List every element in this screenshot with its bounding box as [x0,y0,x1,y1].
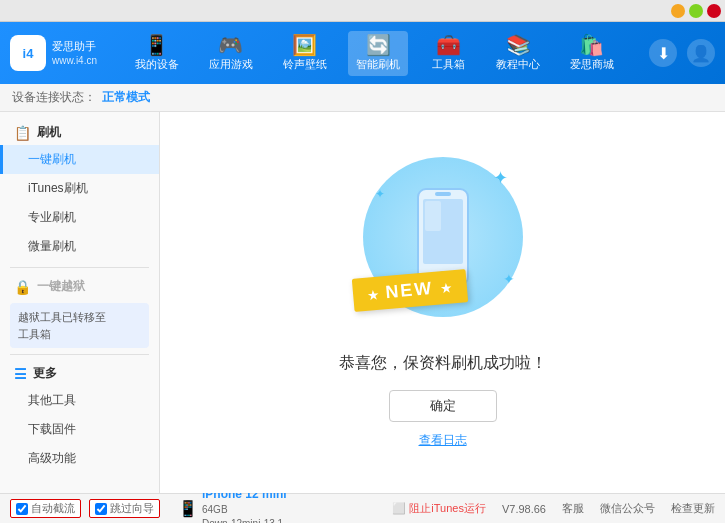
sidebar-item-other-tools[interactable]: 其他工具 [0,386,159,415]
device-storage-value: 64GB [202,504,228,515]
nav-device-icon: 📱 [144,35,169,55]
new-badge: NEW [351,269,468,312]
nav-item-ringtone[interactable]: 🖼️ 铃声壁纸 [275,31,335,76]
explore-link[interactable]: 查看日志 [419,432,467,449]
main-content: ✦ ✦ ✦ NEW 恭喜您，保资料刷机成功啦！ 确定 查看日 [160,112,725,493]
nav-flash-label: 智能刷机 [356,57,400,72]
nav-item-apps-games[interactable]: 🎮 应用游戏 [201,31,261,76]
status-value: 正常模式 [102,89,150,106]
logo-line2: www.i4.cn [52,54,97,67]
nav-item-tutorial[interactable]: 📚 教程中心 [488,31,548,76]
nav-item-smart-flash[interactable]: 🔄 智能刷机 [348,31,408,76]
status-label: 设备连接状态： [12,89,96,106]
logo-line1: 爱思助手 [52,39,97,53]
nav-tutorial-icon: 📚 [506,35,531,55]
other-tools-label: 其他工具 [28,393,76,407]
bottom-bar: 自动截流 跳过向导 📱 iPhone 12 mini 64GB Down-12m… [0,493,725,523]
download-firmware-label: 下载固件 [28,422,76,436]
auto-scroll-label: 自动截流 [31,501,75,516]
bottom-right: ⬜ 阻止iTunes运行 V7.98.66 客服 微信公众号 检查更新 [392,501,715,516]
sidebar-divider-2 [10,354,149,355]
nav-apps-label: 应用游戏 [209,57,253,72]
logo-icon: i4 [10,35,46,71]
sidebar-item-download-firmware[interactable]: 下载固件 [0,415,159,444]
sidebar: 📋 刷机 一键刷机 iTunes刷机 专业刷机 微量刷机 🔒 一键越狱 越狱工具… [0,112,160,493]
nav-item-shop[interactable]: 🛍️ 爱思商城 [562,31,622,76]
nav-toolbox-label: 工具箱 [432,57,465,72]
stop-itunes-icon: ⬜ [392,502,406,515]
jailbreak-section-label: 一键越狱 [37,278,85,295]
status-bar: 设备连接状态： 正常模式 [0,84,725,112]
jailbreak-info-text: 越狱工具已转移至工具箱 [18,311,106,340]
svg-rect-4 [425,201,441,231]
nav-flash-icon: 🔄 [366,35,391,55]
stop-itunes-label: 阻止iTunes运行 [409,501,486,516]
confirm-button[interactable]: 确定 [389,390,497,422]
nav-item-toolbox[interactable]: 🧰 工具箱 [422,31,474,76]
nav-apps-icon: 🎮 [218,35,243,55]
maximize-button[interactable] [689,4,703,18]
sparkle-icon-1: ✦ [493,167,508,189]
download-icon[interactable]: ⬇ [649,39,677,67]
check-update-link[interactable]: 检查更新 [671,501,715,516]
advanced-label: 高级功能 [28,451,76,465]
close-button[interactable] [707,4,721,18]
account-icon[interactable]: 👤 [687,39,715,67]
logo-text: 爱思助手 www.i4.cn [52,39,97,66]
nav-ringtone-icon: 🖼️ [292,35,317,55]
illustration-area: ✦ ✦ ✦ NEW [363,157,523,317]
nav-tutorial-label: 教程中心 [496,57,540,72]
customer-service-link[interactable]: 客服 [562,501,584,516]
flash-restore-label: 微量刷机 [28,239,76,253]
sparkle-icon-2: ✦ [375,187,385,201]
sparkle-icon-3: ✦ [503,271,515,287]
auto-scroll-input[interactable] [16,503,28,515]
header: i4 爱思助手 www.i4.cn 📱 我的设备 🎮 应用游戏 🖼️ 铃声壁纸 … [0,22,725,84]
main-layout: 📋 刷机 一键刷机 iTunes刷机 专业刷机 微量刷机 🔒 一键越狱 越狱工具… [0,112,725,493]
phone-circle: ✦ ✦ ✦ NEW [363,157,523,317]
stop-itunes[interactable]: ⬜ 阻止iTunes运行 [392,501,486,516]
title-bar [0,0,725,22]
nav-shop-icon: 🛍️ [579,35,604,55]
sidebar-item-itunes-flash[interactable]: iTunes刷机 [0,174,159,203]
device-firmware: Down-12mini-13.1 [202,517,287,523]
logo-area: i4 爱思助手 www.i4.cn [10,35,110,71]
jailbreak-info-box: 越狱工具已转移至工具箱 [10,303,149,348]
wechat-link[interactable]: 微信公众号 [600,501,655,516]
sidebar-item-advanced[interactable]: 高级功能 [0,444,159,473]
device-phone-icon: 📱 [178,499,198,518]
svg-rect-2 [435,192,451,196]
skip-wizard-label: 跳过向导 [110,501,154,516]
device-storage: 64GB [202,503,287,517]
nav-device-label: 我的设备 [135,57,179,72]
header-right: ⬇ 👤 [649,39,715,67]
success-message: 恭喜您，保资料刷机成功啦！ [339,353,547,374]
nav-item-my-device[interactable]: 📱 我的设备 [127,31,187,76]
skip-wizard-input[interactable] [95,503,107,515]
pro-flash-label: 专业刷机 [28,210,76,224]
sidebar-section-jailbreak: 🔒 一键越狱 [0,274,159,299]
auto-scroll-checkbox[interactable]: 自动截流 [10,499,81,518]
sidebar-item-pro-flash[interactable]: 专业刷机 [0,203,159,232]
one-click-flash-label: 一键刷机 [28,152,76,166]
skip-wizard-checkbox[interactable]: 跳过向导 [89,499,160,518]
sidebar-item-flash-restore[interactable]: 微量刷机 [0,232,159,261]
nav-toolbox-icon: 🧰 [436,35,461,55]
jailbreak-lock-icon: 🔒 [14,279,31,295]
itunes-flash-label: iTunes刷机 [28,181,88,195]
sidebar-item-one-click-flash[interactable]: 一键刷机 [0,145,159,174]
sidebar-section-flash[interactable]: 📋 刷机 [0,120,159,145]
more-section-icon: ☰ [14,366,27,382]
minimize-button[interactable] [671,4,685,18]
nav-ringtone-label: 铃声壁纸 [283,57,327,72]
flash-section-icon: 📋 [14,125,31,141]
nav-shop-label: 爱思商城 [570,57,614,72]
sidebar-divider-1 [10,267,149,268]
flash-section-label: 刷机 [37,124,61,141]
new-badge-text: NEW [384,278,434,302]
more-section-label: 更多 [33,365,57,382]
version-label: V7.98.66 [502,503,546,515]
nav-items: 📱 我的设备 🎮 应用游戏 🖼️ 铃声壁纸 🔄 智能刷机 🧰 工具箱 📚 教程中… [110,31,639,76]
sidebar-section-more[interactable]: ☰ 更多 [0,361,159,386]
